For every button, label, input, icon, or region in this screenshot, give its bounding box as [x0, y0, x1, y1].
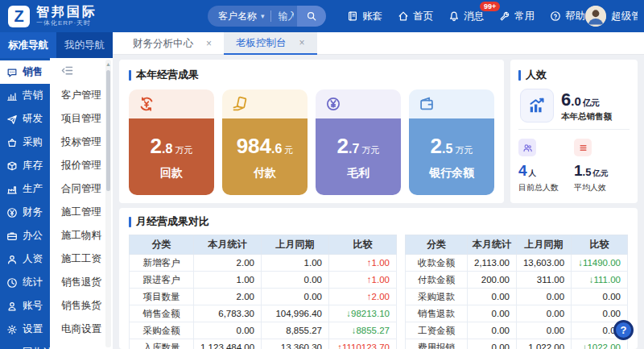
- sidebar-item-8[interactable]: 人资: [0, 247, 50, 271]
- document-tab-0[interactable]: 财务分析中心×: [121, 32, 224, 55]
- row-previous-month: 0.00: [262, 272, 329, 289]
- nav-mode-tab-0[interactable]: 标准导航: [0, 32, 56, 58]
- card-icon-strip: [129, 89, 214, 118]
- submenu-item-8[interactable]: 销售退货: [61, 271, 103, 294]
- table-row[interactable]: 采购退款0.000.000.00: [406, 289, 628, 305]
- submenu-item-0[interactable]: 客户管理: [61, 84, 103, 107]
- stat-unit: 人: [529, 168, 537, 179]
- table-row[interactable]: 跟进客户1.000.00↑1.00: [130, 272, 397, 289]
- metric-card-0[interactable]: 2.8万元回款: [129, 89, 214, 195]
- sidebar-item-label: 采购: [23, 135, 43, 149]
- search-button[interactable]: [297, 6, 326, 27]
- sidebar-item-1[interactable]: 营销: [0, 84, 50, 107]
- submenu-item-1[interactable]: 项目管理: [61, 107, 103, 131]
- submenu-item-3[interactable]: 报价管理: [61, 154, 103, 177]
- table-row[interactable]: 收款金额2,113.0013,603.00↓11490.00: [406, 255, 628, 272]
- table-column-header[interactable]: 分类: [406, 235, 468, 255]
- sidebar-item-9[interactable]: 统计: [0, 271, 50, 294]
- comparison-title-text: 月经营成果对比: [136, 214, 209, 229]
- card-label: 付款: [254, 166, 276, 181]
- metric-card-1[interactable]: 984.6元付款: [222, 89, 308, 195]
- submenu-item-7[interactable]: 施工工资: [61, 247, 103, 271]
- header-menu-item-3[interactable]: 常用: [499, 10, 535, 23]
- header-menu-label: 帮助: [565, 10, 585, 23]
- table-column-header[interactable]: 本月统计: [468, 235, 517, 255]
- header-menu-item-0[interactable]: 账套: [347, 10, 382, 23]
- table-row[interactable]: 项目数量2.000.00↑2.00: [130, 289, 397, 305]
- trend-icon: [520, 89, 554, 123]
- card-icon-strip: [409, 89, 494, 118]
- sidebar-item-11[interactable]: 设置: [0, 318, 50, 341]
- row-current-month: 2.00: [194, 255, 262, 272]
- table-row[interactable]: 销售金额6,783.30104,996.40↓98213.10: [130, 305, 397, 322]
- table-row[interactable]: 采购金额0.008,855.27↓8855.27: [130, 322, 397, 339]
- brand[interactable]: Z 智邦国际 一体化ERP·天时: [6, 5, 208, 28]
- scrollbar-thumb[interactable]: [106, 70, 110, 191]
- close-icon[interactable]: ×: [299, 37, 305, 48]
- header-menu-item-1[interactable]: 首页: [398, 10, 433, 23]
- card-value-unit: 万元: [361, 144, 379, 156]
- metric-card-3[interactable]: 2.5万元银行余额: [409, 89, 494, 195]
- table-row[interactable]: 工资金额0.000.000.00: [406, 322, 628, 339]
- search-category-dropdown[interactable]: 客户名称 ▾: [208, 10, 270, 23]
- table-column-header[interactable]: 比较: [329, 235, 397, 255]
- sidebar-item-2[interactable]: 研发: [0, 107, 50, 131]
- sidebar-item-5[interactable]: 生产: [0, 177, 50, 201]
- table-column-header[interactable]: 上月同期: [262, 235, 329, 255]
- header-menu-item-4[interactable]: 帮助: [550, 10, 585, 23]
- row-comparison: ↑2.00: [329, 289, 397, 305]
- submenu-item-4[interactable]: 合同管理: [61, 177, 103, 201]
- annual-title-text: 本年经营成果: [136, 68, 199, 82]
- row-current-month: 2.00: [194, 289, 262, 305]
- table-column-header[interactable]: 本月统计: [194, 235, 262, 255]
- user-icon: [6, 254, 18, 265]
- metric-card-2[interactable]: 2.7万元毛利: [316, 89, 401, 195]
- nav-mode-tab-1[interactable]: 我的导航: [56, 32, 113, 58]
- card-label: 银行余额: [429, 166, 474, 181]
- sidebar-item-12[interactable]: 回收站: [0, 341, 50, 349]
- header-menu-item-2[interactable]: 消息99+: [448, 10, 484, 23]
- table-row[interactable]: 销售退款0.000.000.00: [406, 305, 628, 322]
- card-label: 回款: [160, 166, 183, 181]
- sidebar-item-10[interactable]: 账号: [0, 294, 50, 318]
- table-column-header[interactable]: 上月同期: [516, 235, 571, 255]
- submenu-item-2[interactable]: 投标管理: [61, 131, 103, 154]
- user-profile[interactable]: 超级管理员: [585, 6, 638, 27]
- sidebar-item-0[interactable]: 销售: [0, 60, 50, 84]
- comparison-title: 月经营成果对比: [129, 214, 628, 229]
- main-area: 财务分析中心×老板控制台× 本年经营成果 2.8万元回款984.6元付款2.7万…: [113, 32, 644, 349]
- scrollbar-up-arrow[interactable]: ▲: [105, 60, 111, 69]
- table-row[interactable]: 付款金额200.00311.00↓111.00: [406, 272, 628, 289]
- close-icon[interactable]: ×: [206, 38, 212, 49]
- row-current-month: 0.00: [468, 322, 517, 339]
- document-tab-1[interactable]: 老板控制台×: [224, 32, 317, 55]
- wrench-icon: [499, 10, 510, 22]
- title-accent-bar: [518, 70, 521, 81]
- question-icon: [550, 10, 561, 22]
- total-sales-unit: 亿元: [583, 98, 600, 109]
- submenu-item-9[interactable]: 销售换货: [61, 294, 103, 318]
- sidebar-item-4[interactable]: 库存: [0, 154, 50, 177]
- total-sales-dec: .0: [571, 94, 581, 108]
- sidebar-item-6[interactable]: 财务: [0, 201, 50, 224]
- submenu-item-5[interactable]: 施工管理: [61, 201, 103, 224]
- submenu-item-10[interactable]: 电商设置: [61, 318, 103, 341]
- table-row[interactable]: 入库数量1,123,484.0013,360.30↑1110123.70: [130, 339, 397, 349]
- card-value-dec: .7: [349, 142, 359, 156]
- help-floating-button[interactable]: ?: [613, 320, 634, 340]
- table-row[interactable]: 费用报销0.001,022.00↓1022.00: [406, 339, 628, 349]
- dashboard-content: 本年经营成果 2.8万元回款984.6元付款2.7万元毛利2.5万元银行余额 人…: [113, 55, 644, 349]
- avatar: [585, 6, 606, 27]
- yen-icon: [325, 96, 341, 112]
- table-column-header[interactable]: 分类: [130, 235, 194, 255]
- table-column-header[interactable]: 比较: [572, 235, 628, 255]
- sidebar-item-7[interactable]: 办公: [0, 224, 50, 247]
- collapse-submenu-button[interactable]: [61, 62, 73, 78]
- search-input[interactable]: [271, 10, 298, 22]
- submenu-item-6[interactable]: 施工物料: [61, 224, 103, 247]
- submenu-scrollbar[interactable]: ▲: [105, 60, 111, 347]
- sidebar-item-3[interactable]: 采购: [0, 131, 50, 154]
- send-icon: [6, 114, 18, 125]
- table-row[interactable]: 新增客户2.001.00↑1.00: [130, 255, 397, 272]
- basket-icon: [6, 137, 18, 148]
